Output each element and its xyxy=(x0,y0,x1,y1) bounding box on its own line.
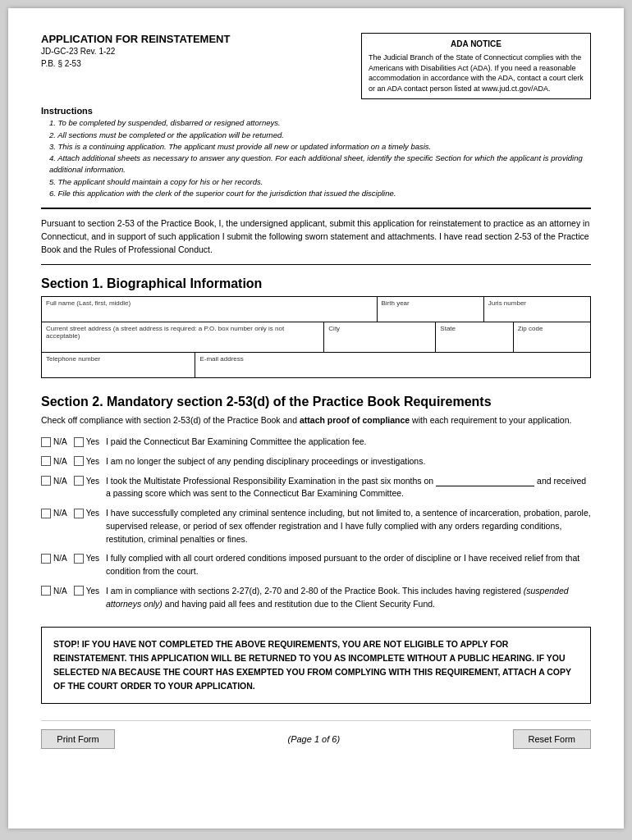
birth-year-cell: Birth year xyxy=(378,297,484,322)
na-label-4: N/A xyxy=(53,507,67,519)
print-form-button[interactable]: Print Form xyxy=(41,729,115,749)
checkbox-text-3: I took the Multistate Professional Respo… xyxy=(106,475,591,501)
na-label-1: N/A xyxy=(53,436,67,448)
city-input[interactable] xyxy=(328,333,431,342)
instructions-block: Instructions 1. To be completed by suspe… xyxy=(41,106,591,199)
checkbox-text-5: I fully complied with all court ordered … xyxy=(106,552,591,578)
item6-text-before: I am in compliance with sections 2-27(d)… xyxy=(106,586,524,596)
email-input[interactable] xyxy=(199,363,586,372)
state-cell: State xyxy=(436,322,513,352)
city-cell: City xyxy=(324,322,436,352)
yes-checkbox-3[interactable] xyxy=(74,476,84,486)
full-name-input[interactable] xyxy=(46,308,373,317)
checkbox-row-4: N/A Yes I have successfully completed an… xyxy=(41,507,591,546)
full-name-label: Full name (Last, first, middle) xyxy=(46,299,373,307)
zip-input[interactable] xyxy=(518,333,586,342)
yes-checkbox-4[interactable] xyxy=(74,509,84,518)
na-group-5: N/A xyxy=(41,552,69,564)
section2-desc-plain: Check off compliance with section 2-53(d… xyxy=(41,415,300,425)
full-name-cell: Full name (Last, first, middle) xyxy=(42,297,378,322)
page-container: APPLICATION FOR REINSTATEMENT JD-GC-23 R… xyxy=(8,8,624,829)
intro-divider xyxy=(41,264,591,265)
stop-text: STOP! IF YOU HAVE NOT COMPLETED THE ABOV… xyxy=(53,637,579,692)
instruction-item: 3. This is a continuing application. The… xyxy=(49,141,591,153)
yes-checkbox-2[interactable] xyxy=(74,456,84,466)
zip-label: Zip code xyxy=(518,325,586,332)
header-divider xyxy=(41,208,591,209)
na-label-3: N/A xyxy=(53,475,67,487)
instructions-list: 1. To be completed by suspended, disbarr… xyxy=(41,117,591,199)
na-checkbox-2[interactable] xyxy=(41,456,51,466)
checkbox-row-1: N/A Yes I paid the Connecticut Bar Exami… xyxy=(41,436,591,449)
ada-title: ADA NOTICE xyxy=(369,39,584,50)
checkbox-text-1: I paid the Connecticut Bar Examining Com… xyxy=(106,436,591,449)
na-label-6: N/A xyxy=(53,585,67,597)
na-checkbox-5[interactable] xyxy=(41,554,51,564)
na-checkbox-1[interactable] xyxy=(41,437,51,447)
na-checkbox-3[interactable] xyxy=(41,476,51,486)
form-row-address: Current street address (a street address… xyxy=(42,322,590,353)
na-group-3: N/A xyxy=(41,475,69,487)
instruction-item: 5. The applicant should maintain a copy … xyxy=(49,176,591,188)
intro-paragraph: Pursuant to section 2-53 of the Practice… xyxy=(41,217,591,256)
birth-year-input[interactable] xyxy=(382,308,479,317)
state-label: State xyxy=(440,325,508,332)
yes-group-2: Yes xyxy=(74,455,101,468)
section2-desc-end: with each requirement to your applicatio… xyxy=(410,415,571,425)
checkbox-text-6: I am in compliance with sections 2-27(d)… xyxy=(106,585,591,611)
stop-box: STOP! IF YOU HAVE NOT COMPLETED THE ABOV… xyxy=(41,627,591,703)
juris-number-label: Juris number xyxy=(488,299,586,307)
street-address-input[interactable] xyxy=(46,340,319,349)
instruction-item: 6. File this application with the clerk … xyxy=(49,188,591,199)
instructions-title: Instructions xyxy=(41,106,591,116)
checkbox-text-4: I have successfully completed any crimin… xyxy=(106,507,591,546)
phone-input[interactable] xyxy=(46,363,190,372)
item3-date-input[interactable] xyxy=(436,476,534,486)
yes-group-4: Yes xyxy=(74,507,101,519)
birth-year-label: Birth year xyxy=(382,299,479,307)
checkbox-row-5: N/A Yes I fully complied with all court … xyxy=(41,552,591,578)
section1-fields: Full name (Last, first, middle) Birth ye… xyxy=(41,296,591,378)
na-group-2: N/A xyxy=(41,455,69,468)
yes-label-4: Yes xyxy=(86,507,99,519)
phone-cell: Telephone number xyxy=(42,353,195,377)
juris-number-input[interactable] xyxy=(488,308,586,317)
item6-text-after: and having paid all fees and restitution… xyxy=(163,599,435,609)
yes-checkbox-6[interactable] xyxy=(74,586,84,596)
form-id: JD-GC-23 Rev. 1-22 xyxy=(41,45,230,57)
pb-ref: P.B. § 2-53 xyxy=(41,57,230,70)
checkbox-row-3: N/A Yes I took the Multistate Profession… xyxy=(41,475,591,501)
instruction-item: 2. All sections must be completed or the… xyxy=(49,130,591,141)
form-row-contact: Telephone number E-mail address xyxy=(42,353,590,377)
section2-title: Section 2. Mandatory section 2-53(d) of … xyxy=(41,395,591,409)
state-input[interactable] xyxy=(440,333,508,342)
item3-text-before: I took the Multistate Professional Respo… xyxy=(106,476,436,486)
na-checkbox-4[interactable] xyxy=(41,509,51,518)
na-group-6: N/A xyxy=(41,585,69,597)
section1-title: Section 1. Biographical Information xyxy=(41,276,591,291)
checkbox-row-2: N/A Yes I am no longer the subject of an… xyxy=(41,455,591,468)
yes-label-5: Yes xyxy=(86,552,99,564)
form-row-name: Full name (Last, first, middle) Birth ye… xyxy=(42,297,590,322)
na-group-1: N/A xyxy=(41,436,69,448)
email-cell: E-mail address xyxy=(195,353,590,377)
yes-group-1: Yes xyxy=(74,436,101,448)
zip-cell: Zip code xyxy=(514,322,590,352)
yes-group-5: Yes xyxy=(74,552,101,564)
yes-label-2: Yes xyxy=(86,455,99,468)
instruction-item: 4. Attach additional sheets as necessary… xyxy=(49,153,591,176)
reset-form-button[interactable]: Reset Form xyxy=(513,729,591,749)
yes-label-1: Yes xyxy=(86,436,99,448)
yes-checkbox-1[interactable] xyxy=(74,437,84,447)
street-address-cell: Current street address (a street address… xyxy=(42,322,324,352)
section2-desc-bold: attach proof of compliance xyxy=(300,415,410,425)
ada-text: The Judicial Branch of the State of Conn… xyxy=(369,52,584,94)
na-label-2: N/A xyxy=(53,455,67,468)
ada-notice-box: ADA NOTICE The Judicial Branch of the St… xyxy=(361,33,591,99)
footer: Print Form (Page 1 of 6) Reset Form xyxy=(41,720,591,749)
na-checkbox-6[interactable] xyxy=(41,586,51,596)
yes-checkbox-5[interactable] xyxy=(74,554,84,564)
city-label: City xyxy=(328,325,431,332)
phone-label: Telephone number xyxy=(46,355,190,363)
yes-group-3: Yes xyxy=(74,475,101,487)
